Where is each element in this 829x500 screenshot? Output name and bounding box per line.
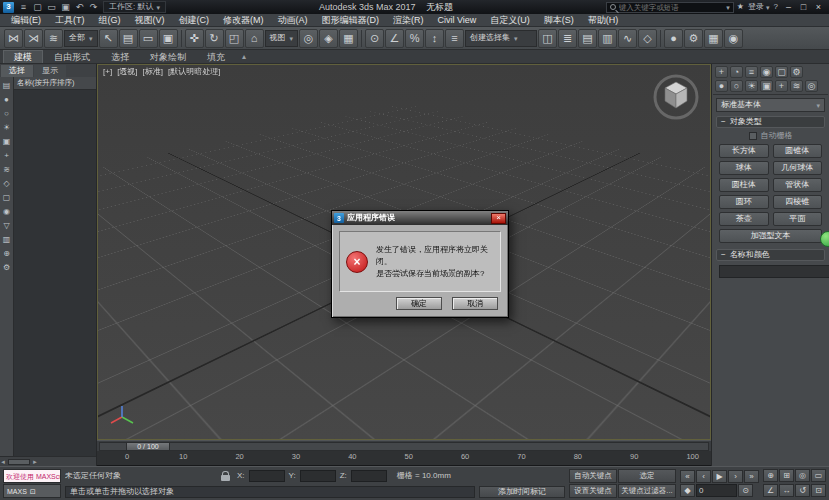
maxscript-listener-line[interactable]: 欢迎使用 MAXScript	[3, 469, 61, 483]
angle-snap-icon[interactable]: ∠	[385, 29, 404, 48]
cancel-button[interactable]: 取消	[452, 297, 498, 310]
rectangular-selection-region-icon[interactable]: ▭	[139, 29, 158, 48]
scene-explorer-tab-display[interactable]: 显示	[34, 65, 66, 77]
display-containers-icon[interactable]: ▢	[1, 192, 13, 204]
viewport-general-menu[interactable]: [+]	[103, 68, 112, 76]
render-setup-icon[interactable]: ⚙	[684, 29, 703, 48]
play-animation-icon[interactable]: ▶	[712, 470, 727, 483]
error-dialog-titlebar[interactable]: 3 应用程序错误 ×	[332, 211, 508, 225]
filter-icon[interactable]: ▥	[1, 234, 13, 246]
command-tab-hierarchy[interactable]: ≡	[745, 66, 758, 78]
minimize-button[interactable]: –	[781, 1, 796, 13]
schematic-view-icon[interactable]: ◇	[638, 29, 657, 48]
ribbon-tab-populate[interactable]: 填充	[197, 51, 235, 63]
menu-rendering[interactable]: 渲染(R)	[386, 16, 431, 25]
curve-editor-icon[interactable]: ∿	[618, 29, 637, 48]
ribbon-tab-freeform[interactable]: 自由形式	[44, 51, 100, 63]
zoom-icon[interactable]: ⊕	[763, 469, 778, 482]
sign-in-button[interactable]: 登录 ▾	[748, 3, 770, 11]
chevron-down-icon[interactable]: ▾	[726, 4, 730, 11]
zoom-extents-icon[interactable]: ◎	[795, 469, 810, 482]
menu-graph-editors[interactable]: 图形编辑器(D)	[315, 16, 387, 25]
zoom-region-icon[interactable]: ▭	[811, 469, 826, 482]
3ds-max-logo-icon[interactable]: 3	[3, 2, 14, 13]
settings-icon[interactable]: ⚙	[1, 262, 13, 274]
display-materials-icon[interactable]: ◉	[1, 206, 13, 218]
time-slider-handle[interactable]: 0 / 100	[126, 442, 170, 451]
restore-button[interactable]: □	[796, 1, 811, 13]
scroll-right-icon[interactable]: ►	[32, 459, 38, 465]
percent-snap-icon[interactable]: %	[405, 29, 424, 48]
material-editor-icon[interactable]: ●	[664, 29, 683, 48]
key-mode-toggle-icon[interactable]: ◆	[680, 484, 695, 497]
z-coordinate-field[interactable]	[351, 470, 387, 482]
key-filters-button[interactable]: 关键点过滤器...	[618, 484, 676, 498]
help-icon[interactable]: ?	[774, 3, 778, 11]
scene-explorer-rows[interactable]	[14, 90, 96, 456]
category-space-warps-icon[interactable]: ≋	[790, 80, 803, 92]
scene-explorer-tab-select[interactable]: 选择	[1, 65, 33, 77]
button-cone[interactable]: 圆锥体	[773, 144, 823, 158]
primitive-category-dropdown[interactable]: 标准基本体 ▾	[716, 98, 825, 112]
command-tab-motion[interactable]: ◉	[760, 66, 773, 78]
menu-animation[interactable]: 动画(A)	[271, 16, 315, 25]
menu-views[interactable]: 视图(V)	[128, 16, 172, 25]
next-frame-icon[interactable]: ›	[728, 470, 743, 483]
reference-coordinate-dropdown[interactable]: 视图 ▾	[265, 30, 299, 47]
unlink-selection-icon[interactable]: ⋊	[24, 29, 43, 48]
save-file-icon[interactable]: ▣	[59, 1, 72, 13]
scrollbar-thumb[interactable]	[8, 459, 30, 465]
edit-named-selection-sets-icon[interactable]: ≡	[445, 29, 464, 48]
menu-tools[interactable]: 工具(T)	[48, 16, 92, 25]
redo-icon[interactable]: ↷	[87, 1, 100, 13]
menu-group[interactable]: 组(G)	[92, 16, 128, 25]
layer-manager-icon[interactable]: ▤	[578, 29, 597, 48]
button-box[interactable]: 长方体	[719, 144, 769, 158]
ribbon-toggle-icon[interactable]: ▥	[598, 29, 617, 48]
select-and-place-icon[interactable]: ⌂	[245, 29, 264, 48]
snap-toggle-icon[interactable]: ⊙	[365, 29, 384, 48]
button-torus[interactable]: 圆环	[719, 195, 769, 209]
use-pivot-center-icon[interactable]: ◎	[299, 29, 318, 48]
name-and-color-rollout-header[interactable]: − 名称和颜色	[716, 249, 825, 261]
object-type-rollout-header[interactable]: − 对象类型	[716, 116, 825, 128]
new-scene-icon[interactable]: ▢	[31, 1, 44, 13]
viewport-style-menu[interactable]: [标准]	[143, 68, 163, 76]
pan-icon[interactable]: ↔	[779, 484, 794, 497]
open-file-icon[interactable]: ▭	[45, 1, 58, 13]
maximize-viewport-icon[interactable]: ⊡	[811, 484, 826, 497]
named-selection-set-combo[interactable]: 创建选择集 ▾	[465, 30, 537, 47]
object-name-field[interactable]	[719, 265, 829, 278]
button-plane[interactable]: 平面	[773, 212, 823, 226]
category-systems-icon[interactable]: ◎	[805, 80, 818, 92]
bind-to-space-warp-icon[interactable]: ≋	[44, 29, 63, 48]
select-and-link-icon[interactable]: ⋈	[4, 29, 23, 48]
align-icon[interactable]: ≣	[558, 29, 577, 48]
sort-ascending-icon[interactable]: ▽	[1, 220, 13, 232]
button-geosphere[interactable]: 几何球体	[773, 161, 823, 175]
button-teapot[interactable]: 茶壶	[719, 212, 769, 226]
display-shapes-icon[interactable]: ○	[1, 108, 13, 120]
button-pyramid[interactable]: 四棱锥	[773, 195, 823, 209]
select-by-name-icon[interactable]: ▤	[119, 29, 138, 48]
favorites-star-icon[interactable]: ★	[737, 3, 744, 11]
go-to-end-icon[interactable]: »	[744, 470, 759, 483]
previous-frame-icon[interactable]: ‹	[696, 470, 711, 483]
scene-explorer-scrollbar[interactable]: ◄ ►	[0, 456, 96, 466]
track-bar[interactable]: 0102030405060708090100	[97, 451, 711, 466]
select-and-scale-icon[interactable]: ◰	[225, 29, 244, 48]
workspace-dropdown[interactable]: 工作区: 默认 ▾	[103, 1, 166, 13]
fov-icon[interactable]: ∠	[763, 484, 778, 497]
ribbon-minimize-icon[interactable]: ▴	[242, 53, 246, 61]
menu-civil-view[interactable]: Civil View	[431, 16, 484, 25]
spinner-snap-icon[interactable]: ↕	[425, 29, 444, 48]
button-sphere[interactable]: 球体	[719, 161, 769, 175]
app-menu-icon[interactable]: ≡	[17, 1, 30, 13]
name-column-header[interactable]: 名称(按升序排序)	[14, 77, 96, 90]
menu-edit[interactable]: 编辑(E)	[4, 16, 48, 25]
maxscript-tab[interactable]: MAXS ⊡	[3, 484, 61, 498]
close-button[interactable]: ×	[811, 1, 826, 13]
menu-scripting[interactable]: 脚本(S)	[537, 16, 581, 25]
command-tab-utilities[interactable]: ⚙	[790, 66, 803, 78]
time-configuration-icon[interactable]: ⊙	[738, 484, 753, 497]
